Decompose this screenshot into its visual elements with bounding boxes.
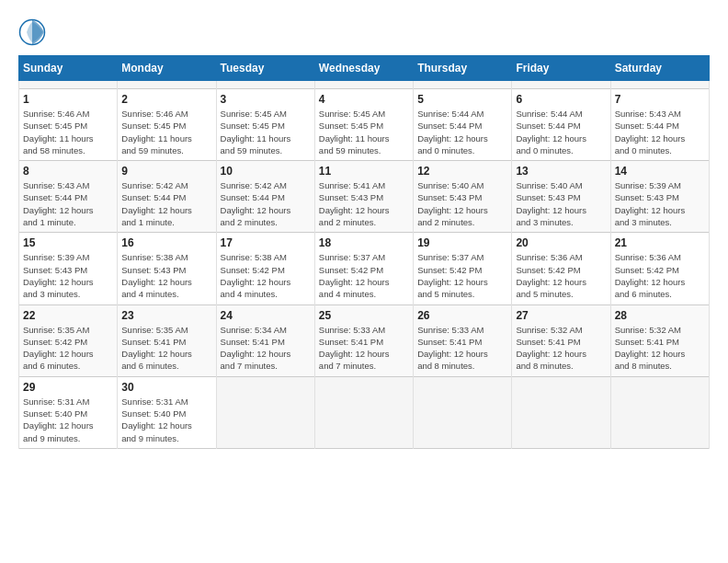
calendar-week-row: 22Sunrise: 5:35 AMSunset: 5:42 PMDayligh… <box>19 304 710 376</box>
column-header-tuesday: Tuesday <box>216 56 314 81</box>
calendar-cell: 27Sunrise: 5:32 AMSunset: 5:41 PMDayligh… <box>512 304 610 376</box>
day-number: 13 <box>516 165 606 178</box>
day-number: 6 <box>516 93 606 106</box>
day-info: Sunrise: 5:46 AMSunset: 5:45 PMDaylight:… <box>23 108 113 156</box>
day-info: Sunrise: 5:44 AMSunset: 5:44 PMDaylight:… <box>516 108 606 156</box>
day-info: Sunrise: 5:44 AMSunset: 5:44 PMDaylight:… <box>417 108 507 156</box>
calendar-cell: 12Sunrise: 5:40 AMSunset: 5:43 PMDayligh… <box>414 161 512 233</box>
day-number: 1 <box>23 93 113 106</box>
day-info: Sunrise: 5:45 AMSunset: 5:45 PMDaylight:… <box>319 108 409 156</box>
day-info: Sunrise: 5:43 AMSunset: 5:44 PMDaylight:… <box>615 108 705 156</box>
calendar-cell: 19Sunrise: 5:37 AMSunset: 5:42 PMDayligh… <box>414 233 512 304</box>
logo-icon <box>18 18 46 46</box>
day-info: Sunrise: 5:37 AMSunset: 5:42 PMDaylight:… <box>417 251 507 300</box>
day-number: 29 <box>23 381 113 394</box>
column-header-wednesday: Wednesday <box>314 56 413 81</box>
calendar-cell: 26Sunrise: 5:33 AMSunset: 5:41 PMDayligh… <box>414 304 512 376</box>
day-number: 15 <box>23 236 113 249</box>
day-number: 19 <box>417 236 507 249</box>
calendar-cell: 29Sunrise: 5:31 AMSunset: 5:40 PMDayligh… <box>19 376 118 448</box>
day-info: Sunrise: 5:31 AMSunset: 5:40 PMDaylight:… <box>23 396 113 444</box>
day-number: 9 <box>121 165 211 178</box>
day-info: Sunrise: 5:35 AMSunset: 5:42 PMDaylight:… <box>23 324 113 373</box>
day-number: 30 <box>121 381 211 394</box>
calendar-cell: 1Sunrise: 5:46 AMSunset: 5:45 PMDaylight… <box>19 89 118 161</box>
calendar-cell: 18Sunrise: 5:37 AMSunset: 5:42 PMDayligh… <box>314 233 413 304</box>
calendar-table: SundayMondayTuesdayWednesdayThursdayFrid… <box>18 55 710 449</box>
calendar-cell: 21Sunrise: 5:36 AMSunset: 5:42 PMDayligh… <box>610 233 709 304</box>
day-info: Sunrise: 5:46 AMSunset: 5:45 PMDaylight:… <box>121 108 211 156</box>
day-info: Sunrise: 5:39 AMSunset: 5:43 PMDaylight:… <box>23 251 113 300</box>
day-info: Sunrise: 5:38 AMSunset: 5:42 PMDaylight:… <box>221 251 311 300</box>
calendar-cell: 2Sunrise: 5:46 AMSunset: 5:45 PMDaylight… <box>118 89 216 161</box>
day-info: Sunrise: 5:42 AMSunset: 5:44 PMDaylight:… <box>121 179 211 228</box>
calendar-cell: 13Sunrise: 5:40 AMSunset: 5:43 PMDayligh… <box>512 161 610 233</box>
day-info: Sunrise: 5:32 AMSunset: 5:41 PMDaylight:… <box>615 324 705 373</box>
day-number: 28 <box>615 309 705 322</box>
calendar-cell <box>118 81 216 89</box>
calendar-cell: 8Sunrise: 5:43 AMSunset: 5:44 PMDaylight… <box>19 161 118 233</box>
day-info: Sunrise: 5:45 AMSunset: 5:45 PMDaylight:… <box>221 108 311 156</box>
day-number: 26 <box>417 309 507 322</box>
day-info: Sunrise: 5:31 AMSunset: 5:40 PMDaylight:… <box>121 396 211 444</box>
calendar-cell <box>314 376 413 448</box>
calendar-cell <box>512 81 610 89</box>
calendar-cell: 3Sunrise: 5:45 AMSunset: 5:45 PMDaylight… <box>216 89 314 161</box>
day-number: 22 <box>23 309 113 322</box>
day-number: 8 <box>23 165 113 178</box>
calendar-cell: 24Sunrise: 5:34 AMSunset: 5:41 PMDayligh… <box>216 304 314 376</box>
calendar-cell <box>216 376 314 448</box>
day-info: Sunrise: 5:35 AMSunset: 5:41 PMDaylight:… <box>121 324 211 373</box>
calendar-cell <box>512 376 610 448</box>
day-number: 11 <box>319 165 409 178</box>
calendar-cell <box>314 81 413 89</box>
day-info: Sunrise: 5:38 AMSunset: 5:43 PMDaylight:… <box>121 251 211 300</box>
day-info: Sunrise: 5:41 AMSunset: 5:43 PMDaylight:… <box>319 179 409 228</box>
day-info: Sunrise: 5:34 AMSunset: 5:41 PMDaylight:… <box>221 324 311 373</box>
calendar-cell: 4Sunrise: 5:45 AMSunset: 5:45 PMDaylight… <box>314 89 413 161</box>
column-header-monday: Monday <box>118 56 216 81</box>
day-info: Sunrise: 5:36 AMSunset: 5:42 PMDaylight:… <box>615 251 705 300</box>
calendar-cell <box>610 376 709 448</box>
day-info: Sunrise: 5:42 AMSunset: 5:44 PMDaylight:… <box>221 179 311 228</box>
column-header-thursday: Thursday <box>414 56 512 81</box>
logo <box>18 18 50 46</box>
day-number: 2 <box>121 93 211 106</box>
calendar-cell: 23Sunrise: 5:35 AMSunset: 5:41 PMDayligh… <box>118 304 216 376</box>
calendar-cell: 20Sunrise: 5:36 AMSunset: 5:42 PMDayligh… <box>512 233 610 304</box>
calendar-cell: 7Sunrise: 5:43 AMSunset: 5:44 PMDaylight… <box>610 89 709 161</box>
column-header-sunday: Sunday <box>19 56 118 81</box>
calendar-cell: 16Sunrise: 5:38 AMSunset: 5:43 PMDayligh… <box>118 233 216 304</box>
day-number: 17 <box>221 236 311 249</box>
calendar-cell: 17Sunrise: 5:38 AMSunset: 5:42 PMDayligh… <box>216 233 314 304</box>
calendar-cell: 14Sunrise: 5:39 AMSunset: 5:43 PMDayligh… <box>610 161 709 233</box>
calendar-header-row: SundayMondayTuesdayWednesdayThursdayFrid… <box>19 56 710 81</box>
day-number: 7 <box>615 93 705 106</box>
calendar-cell: 10Sunrise: 5:42 AMSunset: 5:44 PMDayligh… <box>216 161 314 233</box>
calendar-week-row: 1Sunrise: 5:46 AMSunset: 5:45 PMDaylight… <box>19 89 710 161</box>
day-info: Sunrise: 5:43 AMSunset: 5:44 PMDaylight:… <box>23 179 113 228</box>
day-number: 16 <box>121 236 211 249</box>
page-header <box>18 18 710 46</box>
calendar-cell: 28Sunrise: 5:32 AMSunset: 5:41 PMDayligh… <box>610 304 709 376</box>
calendar-week-row: 8Sunrise: 5:43 AMSunset: 5:44 PMDaylight… <box>19 161 710 233</box>
day-info: Sunrise: 5:33 AMSunset: 5:41 PMDaylight:… <box>319 324 409 373</box>
calendar-cell <box>610 81 709 89</box>
day-number: 4 <box>319 93 409 106</box>
column-header-saturday: Saturday <box>610 56 709 81</box>
day-number: 27 <box>516 309 606 322</box>
day-number: 18 <box>319 236 409 249</box>
day-number: 14 <box>615 165 705 178</box>
calendar-week-row <box>19 81 710 89</box>
day-info: Sunrise: 5:32 AMSunset: 5:41 PMDaylight:… <box>516 324 606 373</box>
day-number: 23 <box>121 309 211 322</box>
day-info: Sunrise: 5:33 AMSunset: 5:41 PMDaylight:… <box>417 324 507 373</box>
day-number: 10 <box>221 165 311 178</box>
day-number: 25 <box>319 309 409 322</box>
day-info: Sunrise: 5:36 AMSunset: 5:42 PMDaylight:… <box>516 251 606 300</box>
calendar-cell <box>414 81 512 89</box>
calendar-cell: 11Sunrise: 5:41 AMSunset: 5:43 PMDayligh… <box>314 161 413 233</box>
day-info: Sunrise: 5:37 AMSunset: 5:42 PMDaylight:… <box>319 251 409 300</box>
day-number: 12 <box>417 165 507 178</box>
calendar-cell <box>19 81 118 89</box>
